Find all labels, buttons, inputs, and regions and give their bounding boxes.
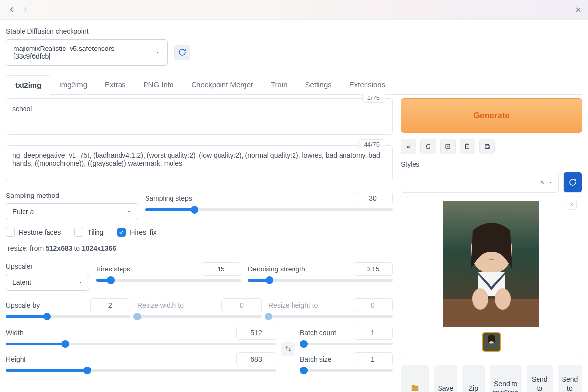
caret-down-icon	[78, 280, 83, 285]
height-input[interactable]	[236, 352, 276, 366]
prompt-token-count: 1/75	[362, 93, 385, 103]
main-content: Stable Diffusion checkpoint majicmixReal…	[0, 20, 588, 392]
output-thumbnail[interactable]	[482, 332, 501, 352]
hires-steps-slider[interactable]	[96, 279, 241, 282]
send-img2img-button[interactable]: Send to img2img	[490, 365, 522, 392]
tab-settings[interactable]: Settings	[296, 75, 341, 94]
resize-width-input[interactable]	[221, 298, 262, 312]
batch-size-label: Batch size	[300, 355, 332, 363]
svg-point-10	[495, 288, 511, 310]
batch-size-input[interactable]	[353, 352, 393, 366]
tab-ckptmerger[interactable]: Checkpoint Merger	[182, 75, 262, 94]
back-button[interactable]	[6, 4, 18, 16]
hires-fix-checkbox[interactable]: Hires. fix	[117, 228, 156, 237]
sampling-method-label: Sampling method	[6, 192, 138, 199]
open-folder-button[interactable]	[401, 365, 429, 392]
width-slider[interactable]	[6, 343, 276, 345]
resize-height-input[interactable]	[353, 298, 393, 312]
trash-button[interactable]	[420, 139, 436, 154]
batch-count-input[interactable]	[353, 326, 393, 340]
upscale-by-label: Upscale by	[6, 301, 40, 309]
sampling-steps-slider[interactable]	[145, 208, 393, 211]
tab-txt2img[interactable]: txt2img	[6, 75, 50, 95]
swap-dimensions-button[interactable]	[281, 342, 295, 356]
output-image[interactable]	[443, 201, 539, 327]
prompt-input[interactable]	[6, 98, 393, 135]
styles-label: Styles	[401, 160, 559, 168]
upscaler-select[interactable]: Latent	[6, 274, 89, 291]
hires-steps-input[interactable]	[201, 262, 241, 276]
title-bar	[0, 0, 588, 20]
generate-button[interactable]: Generate	[401, 98, 582, 133]
output-preview: ×	[401, 196, 582, 359]
save-button[interactable]: Save	[434, 365, 457, 392]
batch-count-label: Batch count	[300, 329, 336, 337]
tab-extensions[interactable]: Extensions	[341, 75, 394, 94]
svg-rect-4	[486, 147, 489, 149]
zip-button[interactable]: Zip	[462, 365, 485, 392]
tab-train[interactable]: Train	[262, 75, 296, 94]
styles-select[interactable]: ×	[401, 172, 559, 193]
tiling-checkbox[interactable]: Tiling	[74, 228, 103, 237]
forward-button[interactable]	[20, 4, 31, 16]
close-window-button[interactable]	[574, 6, 582, 14]
tab-pnginfo[interactable]: PNG Info	[135, 75, 183, 94]
reload-checkpoint-button[interactable]	[174, 45, 190, 60]
send-inpaint-button[interactable]: Send to inpaint	[527, 365, 553, 392]
sampling-steps-input[interactable]	[353, 192, 393, 205]
svg-rect-6	[443, 299, 539, 327]
art-button[interactable]	[440, 139, 456, 154]
arrow-tool-button[interactable]	[401, 139, 416, 154]
main-tabs: txt2img img2img Extras PNG Info Checkpoi…	[6, 75, 582, 95]
svg-point-11	[483, 245, 487, 249]
batch-size-slider[interactable]	[300, 369, 393, 372]
svg-point-1	[447, 146, 449, 147]
tab-img2img[interactable]: img2img	[50, 75, 96, 94]
resize-note: resize: from 512x683 to 1024x1366	[8, 245, 391, 252]
upscale-by-input[interactable]	[90, 298, 130, 312]
svg-rect-2	[466, 144, 469, 148]
caret-down-icon	[548, 180, 553, 185]
caret-down-icon	[155, 50, 160, 55]
svg-point-12	[496, 245, 500, 249]
checkpoint-select[interactable]: majicmixRealistic_v5.safetensors [33c9f6…	[6, 39, 168, 66]
send-extras-button[interactable]: Send to extras	[558, 365, 582, 392]
restore-faces-checkbox[interactable]: Restore faces	[6, 228, 61, 237]
refresh-styles-button[interactable]	[564, 172, 582, 193]
upscaler-label: Upscaler	[6, 262, 89, 270]
negative-prompt-input[interactable]	[6, 145, 393, 181]
close-preview-button[interactable]: ×	[567, 200, 577, 210]
checkpoint-value: majicmixRealistic_v5.safetensors [33c9f6…	[13, 45, 147, 60]
checkpoint-label: Stable Diffusion checkpoint	[6, 27, 582, 35]
resize-width-slider[interactable]	[137, 315, 262, 318]
clipboard-button[interactable]	[460, 139, 475, 154]
resize-height-slider[interactable]	[269, 315, 393, 318]
clear-icon[interactable]: ×	[540, 178, 544, 186]
denoise-input[interactable]	[353, 262, 393, 276]
height-slider[interactable]	[6, 369, 276, 372]
resize-height-label: Resize height to	[269, 301, 318, 309]
height-label: Height	[6, 355, 25, 363]
hires-steps-label: Hires steps	[96, 265, 130, 273]
save-icon-button[interactable]	[479, 139, 495, 154]
svg-point-9	[472, 288, 488, 310]
batch-count-slider[interactable]	[300, 343, 393, 345]
tab-extras[interactable]: Extras	[96, 75, 135, 94]
svg-rect-3	[486, 144, 489, 146]
width-label: Width	[6, 329, 24, 337]
sampling-steps-label: Sampling steps	[145, 195, 192, 202]
resize-width-label: Resize width to	[137, 301, 184, 309]
sampling-method-select[interactable]: Euler a	[6, 203, 138, 220]
denoise-label: Denoising strength	[248, 265, 305, 273]
caret-down-icon	[127, 209, 132, 214]
neg-prompt-token-count: 44/75	[358, 139, 385, 149]
denoise-slider[interactable]	[248, 279, 393, 282]
width-input[interactable]	[236, 326, 276, 340]
upscale-by-slider[interactable]	[6, 315, 130, 318]
